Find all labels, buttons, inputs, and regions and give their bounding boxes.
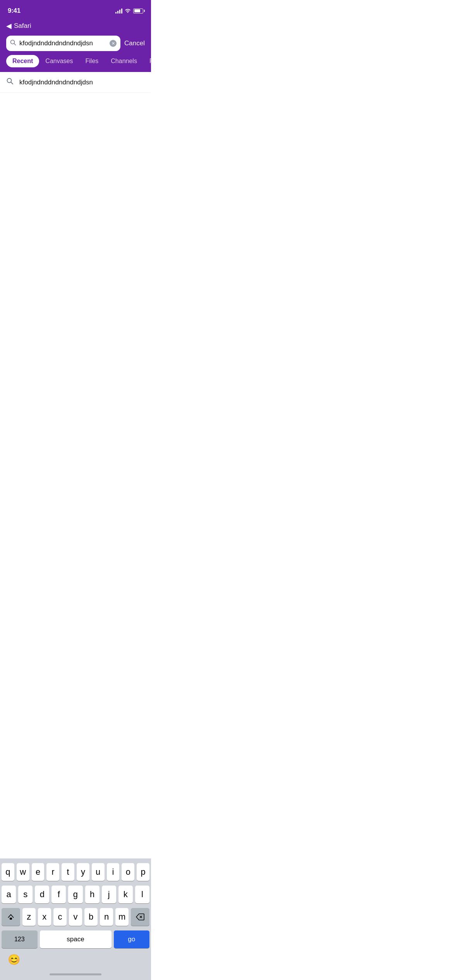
back-arrow-icon: ◀ xyxy=(6,22,12,30)
battery-icon xyxy=(133,9,143,14)
search-bar-container: ✕ Cancel xyxy=(0,33,151,55)
suggestion-area: kfodjndnddndndndndjdsn xyxy=(0,72,151,286)
signal-bar-2 xyxy=(117,11,118,14)
safari-bar: ◀ Safari xyxy=(0,19,151,33)
search-input-wrapper[interactable]: ✕ xyxy=(6,36,120,51)
content-area xyxy=(0,93,151,286)
tab-canvases[interactable]: Canvases xyxy=(39,55,79,67)
status-time: 9:41 xyxy=(8,7,21,15)
safari-back-label: Safari xyxy=(14,22,31,30)
tab-recent[interactable]: Recent xyxy=(6,55,39,67)
suggestion-item[interactable]: kfodjndnddndndndndjdsn xyxy=(0,72,151,93)
suggestion-text: kfodjndnddndndndndjdsn xyxy=(19,79,93,86)
signal-icon xyxy=(115,8,122,14)
search-clear-button[interactable]: ✕ xyxy=(110,40,117,47)
tab-channels[interactable]: Channels xyxy=(105,55,143,67)
signal-bar-1 xyxy=(115,12,117,14)
signal-bar-4 xyxy=(121,9,122,14)
search-icon xyxy=(10,39,16,47)
status-icons xyxy=(115,8,143,14)
cancel-button[interactable]: Cancel xyxy=(124,39,145,47)
safari-back-button[interactable]: ◀ Safari xyxy=(6,22,31,30)
wifi-icon xyxy=(125,8,131,14)
clear-icon: ✕ xyxy=(112,41,115,46)
svg-line-3 xyxy=(11,82,13,84)
svg-point-2 xyxy=(7,79,12,83)
tab-people[interactable]: People xyxy=(143,55,151,67)
battery-fill xyxy=(134,9,141,12)
svg-line-1 xyxy=(14,44,16,45)
signal-bar-3 xyxy=(119,10,120,14)
suggestion-search-icon xyxy=(6,77,14,87)
search-input[interactable] xyxy=(19,39,106,47)
tabs-container: Recent Canvases Files Channels People xyxy=(0,55,151,72)
tab-files[interactable]: Files xyxy=(79,55,105,67)
status-bar: 9:41 xyxy=(0,0,151,19)
